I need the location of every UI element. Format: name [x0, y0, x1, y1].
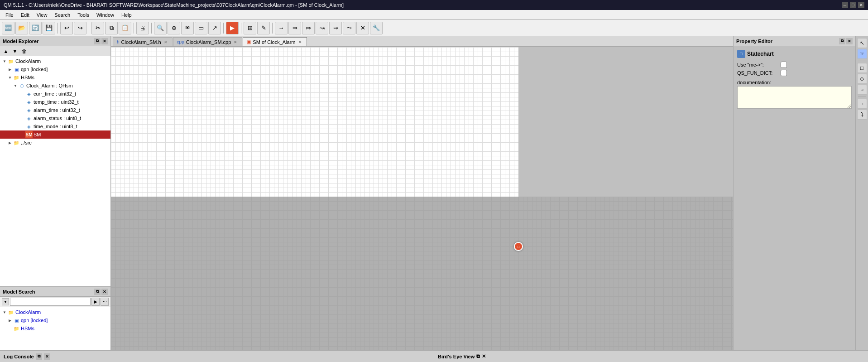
right-toolbar: ↖ ☞ □ ◇ ○ → ⤵	[855, 36, 868, 350]
model-explorer-controls: ⧉ ✕	[94, 38, 108, 44]
log-console-close[interactable]: ✕	[44, 353, 50, 360]
search-input[interactable]	[10, 298, 91, 306]
tool-c[interactable]: ⤇	[302, 22, 315, 34]
expander-src: ▶	[7, 140, 13, 145]
tree-item-alarm-time[interactable]: ◈ alarm_time : uint32_t	[0, 106, 110, 114]
tree-down-btn[interactable]: ▼	[11, 47, 19, 55]
model-explorer-close[interactable]: ✕	[101, 38, 108, 44]
search-button[interactable]: 🔍	[154, 22, 167, 34]
tab-icon-cpp: cpp	[177, 39, 184, 44]
tab-clockalarm-sm-cpp[interactable]: cpp ClockAlarm_SM.cpp ✕	[173, 37, 243, 46]
tree-item-alarm-status[interactable]: ◈ alarm_status : uint8_t	[0, 114, 110, 122]
documentation-textarea[interactable]	[737, 86, 852, 109]
prop-editor-float[interactable]: ⧉	[839, 38, 845, 44]
rtb-state-btn[interactable]: □	[857, 63, 867, 73]
log-console-label: Log Console	[4, 354, 34, 359]
grid-white	[111, 47, 518, 197]
tree-item-src[interactable]: ▶ 📁 ../src	[0, 139, 110, 147]
prop-editor-close[interactable]: ✕	[846, 38, 853, 44]
search-go-button[interactable]: ▶	[91, 298, 100, 306]
tree-label-time-mode: time_mode : uint8_t	[34, 124, 77, 129]
tree-item-clockalarm[interactable]: ▼ 📁 ClockAlarm	[0, 57, 110, 65]
rtb-trans2-btn[interactable]: ⤵	[857, 110, 867, 120]
use-me-checkbox[interactable]	[781, 62, 787, 68]
tab-close-cpp[interactable]: ✕	[233, 39, 238, 45]
menu-edit[interactable]: Edit	[17, 11, 33, 19]
close-button[interactable]: ✕	[858, 2, 864, 8]
restore-button[interactable]: □	[850, 2, 856, 8]
zoom-button[interactable]: ⊕	[168, 22, 180, 34]
rtb-choice-btn[interactable]: ◇	[857, 74, 867, 84]
tool-d[interactable]: ↝	[316, 22, 328, 34]
s-tree-label-hsms: HSMs	[21, 326, 34, 331]
prop-section-header: □ Statechart	[737, 50, 852, 58]
tab-close-h[interactable]: ✕	[163, 39, 168, 45]
tree-item-clock-alarm-hsm[interactable]: ▼ ⬡ Clock_Alarm : QHsm	[0, 82, 110, 90]
save-button[interactable]: 💾	[43, 22, 55, 34]
new-button[interactable]: 🆕	[2, 22, 14, 34]
tree-item-curr-time[interactable]: ◈ curr_time : uint32_t	[0, 90, 110, 98]
search-tree-item-hsms[interactable]: 📁 HSMs	[0, 324, 110, 333]
paste-button[interactable]: 📋	[119, 22, 131, 34]
rtb-cursor-btn[interactable]: ↖	[857, 38, 867, 48]
view-button[interactable]: 👁	[181, 22, 194, 34]
tab-label-h: ClockAlarm_SM.h	[121, 39, 161, 45]
menu-tools[interactable]: Tools	[74, 11, 93, 19]
tree-up-btn[interactable]: ▲	[2, 47, 10, 55]
redo-button[interactable]: ↪	[74, 22, 86, 34]
undo-button[interactable]: ↩	[60, 22, 73, 34]
tab-close-sm[interactable]: ✕	[297, 39, 303, 45]
tree-item-hsms[interactable]: ▼ 📁 HSMs	[0, 73, 110, 82]
birds-eye-close[interactable]: ✕	[482, 353, 486, 359]
menu-search[interactable]: Search	[51, 11, 74, 19]
draw-button[interactable]: ✎	[257, 22, 270, 34]
sm-icon: SM	[25, 131, 33, 138]
minimize-button[interactable]: ─	[842, 2, 848, 8]
rtb-pointer-btn[interactable]: ☞	[857, 49, 867, 59]
tool-x[interactable]: ✕	[356, 22, 369, 34]
copy-button[interactable]: ⧉	[105, 22, 118, 34]
tool-b[interactable]: ⇒	[288, 22, 301, 34]
menu-view[interactable]: View	[33, 11, 51, 19]
expander-clockalarm: ▼	[2, 58, 7, 64]
search-tree-item-clockalarm[interactable]: ▼ 📁 ClockAlarm	[0, 308, 110, 316]
tree-item-qpn[interactable]: ▶ ▣ qpn [locked]	[0, 65, 110, 73]
search-options-button[interactable]: ⋯	[101, 298, 109, 306]
search-bar: ▼ ▶ ⋯	[0, 297, 110, 307]
print-button[interactable]: 🖨	[136, 22, 149, 34]
model-explorer-float[interactable]: ⧉	[94, 38, 101, 44]
menu-window[interactable]: Window	[93, 11, 118, 19]
tool-g[interactable]: 🔧	[370, 22, 383, 34]
rect-button[interactable]: ▭	[195, 22, 207, 34]
menu-help[interactable]: Help	[118, 11, 135, 19]
tree-delete-btn[interactable]: 🗑	[20, 47, 28, 55]
folder-icon-src: 📁	[13, 139, 20, 146]
cut-button[interactable]: ✂	[91, 22, 104, 34]
log-console-float[interactable]: ⧉	[36, 353, 42, 360]
tab-sm-of-clock-alarm[interactable]: ▣ SM of Clock_Alarm ✕	[243, 37, 307, 46]
birds-eye-float[interactable]: ⧉	[476, 353, 480, 359]
tool-e[interactable]: ⇝	[329, 22, 342, 34]
reload-button[interactable]: 🔄	[29, 22, 42, 34]
model-search-close[interactable]: ✕	[101, 289, 108, 295]
tree-item-sm[interactable]: SM SM	[0, 130, 110, 139]
rtb-hist-btn[interactable]: ○	[857, 85, 867, 95]
qs-fun-dict-checkbox[interactable]	[781, 70, 787, 76]
tab-clockalarm-sm-h[interactable]: h ClockAlarm_SM.h ✕	[113, 37, 173, 46]
canvas-area[interactable]: ↔	[111, 47, 733, 350]
grid-button[interactable]: ⊞	[244, 22, 256, 34]
tool-f[interactable]: ⤳	[343, 22, 355, 34]
tool-a[interactable]: →	[275, 22, 288, 34]
menu-bar: File Edit View Search Tools Window Help	[0, 10, 868, 20]
arrow-button[interactable]: ↗	[208, 22, 221, 34]
open-button[interactable]: 📂	[15, 22, 28, 34]
run-button[interactable]: ▶	[226, 22, 239, 34]
model-search-float[interactable]: ⧉	[94, 289, 101, 295]
tree-item-temp-time[interactable]: ◈ temp_time : uint32_t	[0, 98, 110, 106]
rtb-trans-btn[interactable]: →	[857, 99, 867, 109]
search-dropdown-btn[interactable]: ▼	[2, 298, 9, 305]
search-tree-item-qpn[interactable]: ▶ ▣ qpn [locked]	[0, 316, 110, 324]
menu-file[interactable]: File	[2, 11, 17, 19]
tree-item-time-mode[interactable]: ◈ time_mode : uint8_t	[0, 122, 110, 130]
tab-label-cpp: ClockAlarm_SM.cpp	[186, 39, 231, 45]
